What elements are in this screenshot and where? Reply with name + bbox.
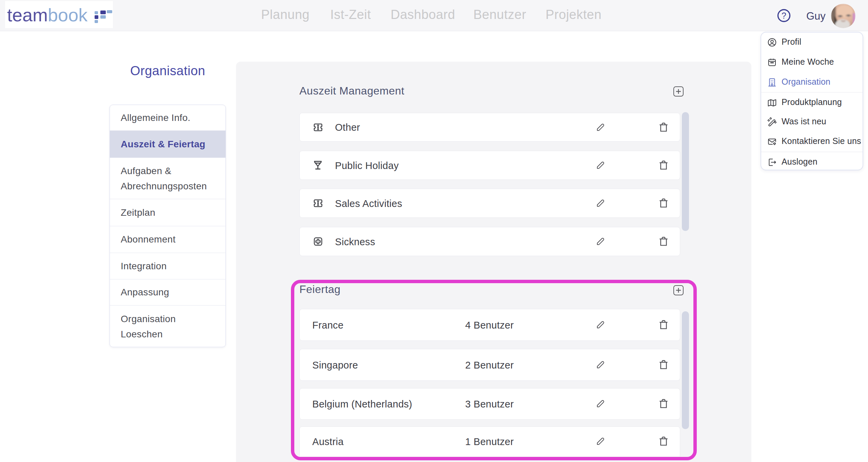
svg-text:?: ? — [782, 11, 786, 20]
